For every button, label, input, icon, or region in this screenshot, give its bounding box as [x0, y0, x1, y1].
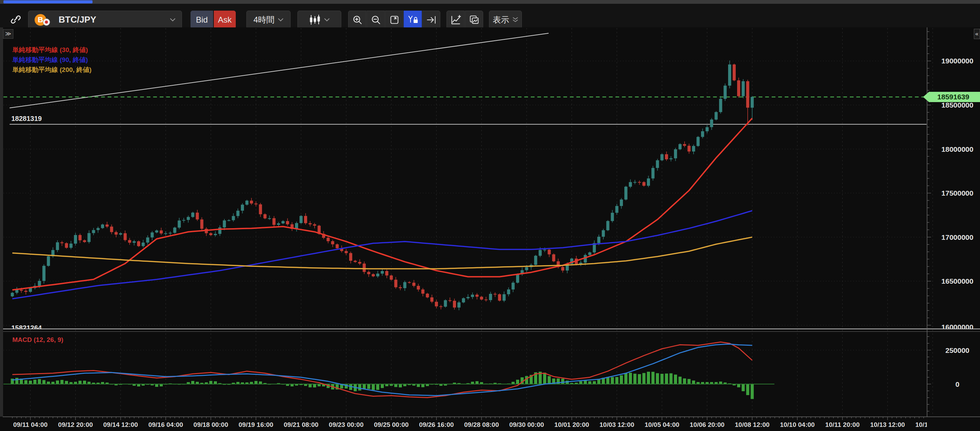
zoom-in-button[interactable]	[348, 11, 366, 29]
svg-text:09/12 20:00: 09/12 20:00	[58, 421, 93, 428]
indicator-chart-plus-icon	[450, 15, 461, 25]
chart-type-select[interactable]	[298, 11, 341, 29]
zoom-in-icon	[352, 15, 363, 25]
go-to-latest-button[interactable]	[422, 11, 440, 29]
svg-text:09/26 16:00: 09/26 16:00	[419, 421, 454, 428]
svg-text:10/05 04:00: 10/05 04:00	[644, 421, 679, 428]
timeframe-select[interactable]: 4時間	[247, 11, 291, 29]
macd-histogram	[11, 372, 754, 399]
top-progress-bar	[3, 0, 92, 3]
add-indicator-button[interactable]	[447, 11, 465, 29]
bid-button[interactable]: Bid	[191, 11, 213, 29]
symbol-coin-icons: B	[35, 14, 50, 26]
svg-text:10/15 04:00: 10/15 04:00	[915, 421, 950, 428]
svg-text:10/03 12:00: 10/03 12:00	[600, 421, 634, 428]
fit-screen-icon	[390, 15, 399, 25]
link-icon[interactable]	[8, 12, 23, 27]
svg-text:09/25 00:00: 09/25 00:00	[374, 421, 409, 428]
snapshot-icon	[469, 15, 479, 25]
svg-text:19000000: 19000000	[941, 57, 973, 65]
svg-text:09/11 04:00: 09/11 04:00	[13, 421, 47, 428]
svg-text:17000000: 17000000	[941, 233, 973, 241]
collapsed-drawing-toolbar[interactable]	[0, 27, 3, 417]
svg-text:09/18 00:00: 09/18 00:00	[194, 421, 228, 428]
svg-text:0: 0	[955, 380, 959, 388]
macd-line	[12, 342, 752, 398]
y-axis-lock-button[interactable]	[404, 11, 422, 29]
legend-sma90[interactable]: 単純移動平均線 (90, 終値)	[12, 56, 88, 64]
current-price-tag: 18591639	[923, 92, 980, 102]
chevron-down-icon	[278, 18, 283, 22]
svg-text:10/13 12:00: 10/13 12:00	[870, 421, 905, 428]
double-chevron-down-icon	[512, 17, 518, 22]
arrow-to-end-icon	[426, 16, 436, 24]
fit-screen-button[interactable]	[385, 11, 403, 29]
expand-sidebar-button[interactable]: ≫	[3, 29, 13, 39]
jpy-coin-icon	[43, 19, 50, 26]
svg-text:10/01 20:00: 10/01 20:00	[554, 421, 589, 428]
svg-text:09/14 12:00: 09/14 12:00	[103, 421, 138, 428]
svg-text:17500000: 17500000	[941, 189, 973, 197]
svg-text:10/06 20:00: 10/06 20:00	[690, 421, 724, 428]
svg-text:18000000: 18000000	[941, 145, 973, 153]
price-chart-canvas[interactable]: 1900000018500000180000001750000017000000…	[0, 27, 980, 431]
symbol-select[interactable]: B BTC/JPY	[28, 11, 182, 29]
macd-indicator-label[interactable]: MACD (12, 26, 9)	[12, 336, 64, 344]
candlestick-icon	[309, 14, 321, 25]
svg-text:250000: 250000	[945, 347, 969, 354]
svg-text:09/21 08:00: 09/21 08:00	[284, 421, 318, 428]
price-axis-labels[interactable]: 1900000018500000180000001750000017000000…	[941, 57, 973, 285]
legend-sma200[interactable]: 単純移動平均線 (200, 終値)	[12, 65, 91, 74]
ask-button[interactable]: Ask	[214, 11, 236, 29]
timeframe-label: 4時間	[254, 14, 274, 25]
legend-sma30[interactable]: 単純移動平均線 (30, 終値)	[12, 46, 88, 54]
symbol-label: BTC/JPY	[59, 14, 167, 25]
svg-text:09/30 00:00: 09/30 00:00	[509, 421, 544, 428]
y-axis-lock-icon	[407, 15, 419, 25]
ma-line-SMA30	[12, 118, 752, 290]
svg-text:10/10 04:00: 10/10 04:00	[780, 421, 815, 428]
candles	[11, 60, 754, 310]
chevron-down-icon	[324, 18, 329, 22]
zoom-out-button[interactable]	[367, 11, 385, 29]
svg-text:10/08 12:00: 10/08 12:00	[735, 421, 770, 428]
svg-text:15821264: 15821264	[11, 324, 42, 332]
view-label: 表示	[493, 14, 509, 25]
svg-text:09/28 08:00: 09/28 08:00	[464, 421, 499, 428]
collapse-panel-button[interactable]: «	[974, 29, 980, 39]
svg-text:09/16 04:00: 09/16 04:00	[148, 421, 183, 428]
svg-text:18281319: 18281319	[11, 115, 42, 122]
zoom-out-icon	[371, 15, 381, 25]
window-top-strip	[0, 0, 980, 4]
svg-text:09/19 16:00: 09/19 16:00	[239, 421, 273, 428]
chart-area[interactable]: 1900000018500000180000001750000017000000…	[0, 27, 980, 431]
snapshot-button[interactable]	[465, 11, 483, 29]
chart-toolbar: B BTC/JPY Bid Ask 4時間	[0, 4, 980, 27]
svg-text:16000000: 16000000	[941, 323, 973, 331]
svg-text:10/11 20:00: 10/11 20:00	[825, 421, 859, 428]
time-axis-labels[interactable]: 09/11 04:0009/12 20:0009/14 12:0009/16 0…	[13, 421, 950, 428]
chevron-down-icon	[170, 18, 175, 22]
macd-axis-labels[interactable]: 2500000	[945, 347, 969, 388]
svg-text:18500000: 18500000	[941, 101, 973, 109]
view-menu-button[interactable]: 表示	[489, 11, 522, 29]
svg-text:09/23 00:00: 09/23 00:00	[329, 421, 364, 428]
svg-text:16500000: 16500000	[941, 277, 973, 285]
